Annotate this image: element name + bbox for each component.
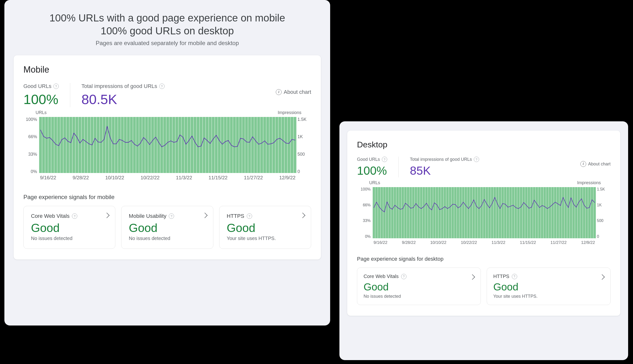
svg-rect-48 <box>181 117 184 173</box>
svg-rect-95 <box>394 187 396 238</box>
y-left-tick: 33% <box>24 152 37 157</box>
svg-rect-128 <box>480 187 483 238</box>
y-left-axis-title: URLs <box>36 110 47 115</box>
svg-rect-120 <box>459 187 462 238</box>
mobile-card: Mobile Good URLs ? 100% Total impression… <box>14 55 321 260</box>
svg-rect-94 <box>391 187 394 238</box>
svg-rect-34 <box>139 117 142 173</box>
svg-rect-43 <box>166 117 169 173</box>
help-icon[interactable]: ? <box>247 214 252 219</box>
svg-rect-13 <box>76 117 78 173</box>
impressions-label: Total impressions of good URLs ? <box>82 83 165 90</box>
svg-rect-46 <box>176 117 178 173</box>
svg-rect-89 <box>378 187 380 238</box>
svg-rect-77 <box>269 117 272 173</box>
signal-name: Core Web Vitals ? <box>31 213 108 219</box>
svg-rect-134 <box>496 187 499 238</box>
signal-status: Good <box>227 221 303 235</box>
signal-card[interactable]: Mobile Usability ? Good No issues detect… <box>121 206 213 249</box>
svg-rect-163 <box>572 187 575 238</box>
good-urls-label-text: Good URLs <box>24 83 52 90</box>
y-right-tick: 500 <box>597 218 610 223</box>
about-chart-link[interactable]: i About chart <box>276 89 311 95</box>
svg-rect-12 <box>72 117 75 173</box>
signal-name: Core Web Vitals ? <box>364 274 474 279</box>
info-icon: i <box>580 161 586 167</box>
signal-card[interactable]: HTTPS ? Good Your site uses HTTPS. <box>219 206 311 249</box>
svg-rect-66 <box>236 117 239 173</box>
help-icon[interactable]: ? <box>512 274 517 279</box>
impressions-label-text: Total impressions of good URLs <box>410 157 472 162</box>
svg-rect-26 <box>115 117 118 173</box>
signal-subtext: No issues detected <box>129 236 206 241</box>
svg-rect-141 <box>514 187 517 238</box>
help-icon[interactable]: ? <box>474 157 479 162</box>
x-tick: 12/9/22 <box>279 175 295 180</box>
svg-rect-15 <box>82 117 84 173</box>
svg-rect-110 <box>433 187 436 238</box>
svg-rect-57 <box>209 117 211 173</box>
help-icon[interactable]: ? <box>382 157 387 162</box>
y-right-tick: 0 <box>597 234 610 239</box>
svg-rect-157 <box>557 187 559 238</box>
signal-card[interactable]: Core Web Vitals ? Good No issues detecte… <box>357 268 481 305</box>
help-icon[interactable]: ? <box>53 84 59 89</box>
about-chart-link[interactable]: i About chart <box>580 161 610 167</box>
svg-rect-93 <box>388 187 391 238</box>
x-tick: 9/16/22 <box>374 240 388 245</box>
svg-rect-150 <box>538 187 541 238</box>
svg-rect-135 <box>499 187 501 238</box>
signal-name: Mobile Usability ? <box>129 213 206 219</box>
help-icon[interactable]: ? <box>72 214 77 219</box>
signals-title: Page experience signals for desktop <box>357 256 610 262</box>
y-left-tick: 0% <box>357 234 371 239</box>
svg-rect-137 <box>504 187 506 238</box>
svg-rect-129 <box>483 187 485 238</box>
y-right-tick: 1K <box>597 203 610 207</box>
svg-rect-158 <box>559 187 562 238</box>
svg-rect-10 <box>66 117 69 173</box>
svg-rect-51 <box>191 117 193 173</box>
svg-rect-63 <box>227 117 230 173</box>
x-tick: 11/27/22 <box>244 175 263 180</box>
svg-rect-130 <box>486 187 488 238</box>
svg-rect-35 <box>142 117 145 173</box>
svg-rect-160 <box>564 187 567 238</box>
svg-rect-29 <box>124 117 127 173</box>
svg-rect-169 <box>588 187 590 238</box>
svg-rect-82 <box>284 117 287 173</box>
svg-rect-162 <box>570 187 572 238</box>
y-left-tick: 0% <box>24 169 37 174</box>
svg-rect-67 <box>239 117 242 173</box>
svg-rect-140 <box>512 187 514 238</box>
svg-rect-102 <box>412 187 415 238</box>
svg-rect-59 <box>215 117 217 173</box>
svg-rect-14 <box>79 117 81 173</box>
signal-card[interactable]: HTTPS ? Good Your site uses HTTPS. <box>487 268 610 305</box>
svg-rect-44 <box>169 117 172 173</box>
svg-rect-155 <box>551 187 554 238</box>
signal-name: HTTPS ? <box>493 274 604 279</box>
svg-rect-154 <box>549 187 551 238</box>
svg-rect-88 <box>375 187 378 238</box>
svg-rect-65 <box>233 117 236 173</box>
svg-rect-60 <box>218 117 221 173</box>
svg-rect-171 <box>593 187 596 238</box>
good-urls-metric: Good URLs ? 100% <box>357 157 398 177</box>
signals-title: Page experience signals for mobile <box>24 194 311 200</box>
svg-rect-112 <box>438 187 441 238</box>
svg-rect-143 <box>520 187 522 238</box>
svg-rect-117 <box>452 187 454 238</box>
svg-rect-100 <box>407 187 409 238</box>
signal-card[interactable]: Core Web Vitals ? Good No issues detecte… <box>24 206 115 249</box>
svg-rect-69 <box>245 117 248 173</box>
svg-rect-159 <box>562 187 564 238</box>
signal-subtext: No issues detected <box>31 236 108 241</box>
help-icon[interactable]: ? <box>169 214 174 219</box>
svg-rect-36 <box>145 117 148 173</box>
y-right-axis-title: Impressions <box>577 180 601 186</box>
help-icon[interactable]: ? <box>159 84 165 89</box>
impressions-value: 85K <box>410 164 479 177</box>
help-icon[interactable]: ? <box>401 274 407 279</box>
svg-rect-75 <box>263 117 266 173</box>
